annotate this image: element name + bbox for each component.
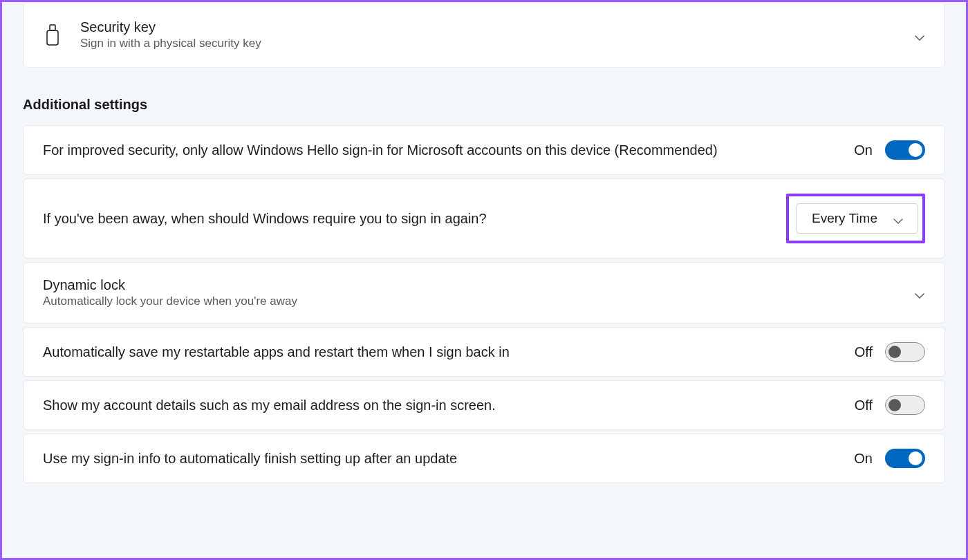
restartable-apps-row: Automatically save my restartable apps a… <box>23 327 945 377</box>
account-details-row: Show my account details such as my email… <box>23 380 945 430</box>
windows-hello-text: For improved security, only allow Window… <box>43 140 718 160</box>
toggle-knob <box>888 399 901 411</box>
account-details-text: Show my account details such as my email… <box>43 395 496 415</box>
signin-info-update-toggle-wrap: On <box>854 449 925 468</box>
require-signin-dropdown[interactable]: Every Time <box>796 203 918 234</box>
account-details-toggle[interactable] <box>885 395 925 415</box>
chevron-down-icon <box>893 215 904 222</box>
require-signin-dropdown-value: Every Time <box>812 211 877 226</box>
windows-hello-toggle-label: On <box>854 142 873 158</box>
account-details-toggle-label: Off <box>855 398 873 413</box>
dynamic-lock-title: Dynamic lock <box>43 277 297 293</box>
dynamic-lock-expand[interactable] <box>914 290 925 297</box>
require-signin-row: If you've been away, when should Windows… <box>23 178 945 259</box>
windows-hello-toggle[interactable] <box>885 140 925 160</box>
security-key-left: Security key Sign in with a physical sec… <box>43 19 900 50</box>
svg-rect-0 <box>50 25 55 30</box>
dynamic-lock-row[interactable]: Dynamic lock Automatically lock your dev… <box>23 262 945 324</box>
signin-info-update-row: Use my sign-in info to automatically fin… <box>23 433 945 483</box>
restartable-apps-toggle[interactable] <box>885 342 925 362</box>
toggle-knob <box>888 346 901 358</box>
additional-settings-header: Additional settings <box>23 97 945 113</box>
dynamic-lock-subtitle: Automatically lock your device when you'… <box>43 295 297 308</box>
signin-info-update-toggle-label: On <box>854 451 873 467</box>
security-key-expand[interactable] <box>914 32 925 39</box>
windows-hello-row: For improved security, only allow Window… <box>23 125 945 175</box>
svg-rect-1 <box>47 30 58 45</box>
require-signin-text: If you've been away, when should Windows… <box>43 209 487 228</box>
toggle-knob <box>909 143 922 157</box>
security-key-title: Security key <box>80 19 261 35</box>
dropdown-highlight-box: Every Time <box>786 194 925 243</box>
security-key-subtitle: Sign in with a physical security key <box>80 37 261 50</box>
security-key-row[interactable]: Security key Sign in with a physical sec… <box>23 2 945 68</box>
restartable-apps-toggle-wrap: Off <box>855 342 925 362</box>
toggle-knob <box>909 451 922 465</box>
signin-info-update-text: Use my sign-in info to automatically fin… <box>43 449 457 468</box>
windows-hello-toggle-wrap: On <box>854 140 925 160</box>
account-details-toggle-wrap: Off <box>855 395 925 415</box>
restartable-apps-toggle-label: Off <box>855 344 873 360</box>
usb-icon <box>43 21 62 49</box>
chevron-down-icon <box>914 290 925 297</box>
dynamic-lock-text: Dynamic lock Automatically lock your dev… <box>43 277 297 308</box>
security-key-text: Security key Sign in with a physical sec… <box>80 19 261 50</box>
signin-info-update-toggle[interactable] <box>885 449 925 468</box>
restartable-apps-text: Automatically save my restartable apps a… <box>43 342 510 362</box>
chevron-down-icon <box>914 32 925 39</box>
